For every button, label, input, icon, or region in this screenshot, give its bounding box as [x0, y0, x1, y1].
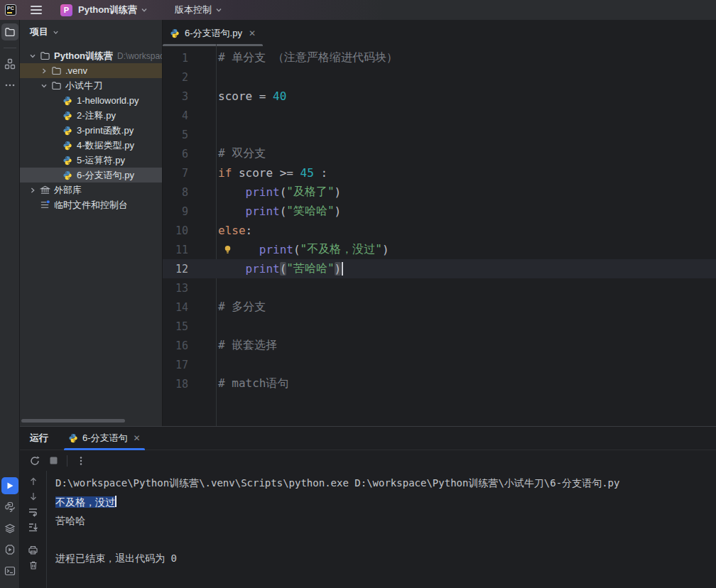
scroll-down-button[interactable] [28, 491, 38, 501]
clear-all-button[interactable] [28, 560, 38, 570]
project-tool-button[interactable] [1, 23, 18, 40]
selected-text: 不及格，没过 [55, 496, 115, 508]
line-number[interactable]: 10 [163, 224, 188, 237]
run-tab[interactable]: 6-分支语句 ✕ [64, 427, 145, 450]
services-button[interactable] [1, 520, 18, 537]
scroll-to-end-button[interactable] [28, 522, 38, 533]
close-icon[interactable]: ✕ [249, 28, 256, 38]
line-number[interactable]: 1 [163, 52, 188, 65]
code-line[interactable]: 18# match语句 [163, 374, 716, 393]
lightbulb-icon[interactable] [222, 244, 233, 255]
code-line[interactable]: 2 [163, 67, 716, 87]
line-number[interactable]: 9 [163, 205, 188, 218]
terminal-button[interactable] [1, 562, 18, 579]
console-line[interactable] [55, 530, 716, 550]
print-button[interactable] [28, 545, 38, 555]
tree-item[interactable]: 外部库 [20, 183, 162, 197]
chevron-down-icon[interactable] [40, 82, 48, 89]
line-number[interactable]: 18 [163, 378, 188, 391]
chevron-down-icon[interactable] [141, 6, 148, 13]
code-line[interactable]: 17 [163, 355, 716, 374]
line-number[interactable]: 7 [163, 167, 188, 180]
tree-item[interactable]: 小试牛刀 [20, 78, 162, 93]
main-menu-icon[interactable] [31, 6, 42, 14]
code-line[interactable]: 4 [163, 106, 716, 125]
more-tool-windows-button[interactable] [1, 77, 18, 94]
line-number[interactable]: 17 [163, 359, 188, 371]
line-number[interactable]: 15 [163, 320, 188, 333]
chevron-right-icon[interactable] [29, 187, 36, 194]
code-line[interactable]: 7if score >= 45 : [163, 163, 716, 183]
code-line[interactable]: 8 print("及格了") [163, 183, 716, 202]
code-line[interactable]: 16# 嵌套选择 [163, 336, 716, 355]
code-line[interactable]: 9 print("笑哈哈") [163, 202, 716, 221]
console-line[interactable]: 进程已结束，退出代码为 0 [55, 549, 716, 568]
line-number[interactable]: 4 [163, 109, 188, 122]
line-number[interactable]: 16 [163, 339, 188, 352]
console-line[interactable]: 苦哈哈 [55, 511, 716, 530]
code-area[interactable]: 1# 单分支 （注意严格缩进代码块）23score = 40456# 双分支7i… [163, 44, 716, 426]
line-number[interactable]: 13 [163, 282, 188, 295]
editor: 6-分支语句.py ✕ 1# 单分支 （注意严格缩进代码块）23score = … [163, 20, 716, 426]
chevron-down-icon[interactable] [215, 6, 222, 13]
project-badge[interactable]: P [60, 4, 72, 16]
code-line[interactable]: 5 [163, 125, 716, 144]
code-line[interactable]: 15 [163, 317, 716, 336]
line-number[interactable]: 12 [163, 263, 188, 276]
tree-item[interactable]: 6-分支语句.py [20, 168, 162, 183]
code-token-string: "不及格，没过" [300, 242, 382, 257]
code-line[interactable]: 12 print("苦哈哈") [163, 259, 716, 278]
folder-icon [40, 50, 50, 61]
code-token-plain [218, 185, 246, 199]
tree-item[interactable]: 2-注释.py [20, 108, 162, 123]
structure-tool-button[interactable] [1, 55, 18, 72]
project-panel-header[interactable]: 项目 [20, 20, 162, 44]
line-number[interactable]: 6 [163, 148, 188, 160]
profiler-button[interactable] [1, 541, 18, 558]
code-line[interactable]: 1# 单分支 （注意严格缩进代码块） [163, 48, 716, 67]
line-number[interactable]: 2 [163, 71, 188, 84]
close-icon[interactable]: ✕ [134, 433, 141, 443]
python-console-button[interactable] [1, 499, 18, 516]
code-line[interactable]: 3score = 40 [163, 87, 716, 106]
chevron-down-icon[interactable] [29, 53, 36, 60]
console-line[interactable]: D:\workspace\Python训练营\.venv\Scripts\pyt… [55, 474, 716, 493]
tree-item[interactable]: 3-print函数.py [20, 123, 162, 138]
code-line[interactable]: 11 print("不及格，没过") [163, 240, 716, 259]
console-output[interactable]: D:\workspace\Python训练营\.venv\Scripts\pyt… [47, 471, 716, 588]
tree-item-label: 4-数据类型.py [77, 139, 134, 152]
tree-item[interactable]: 1-helloworld.py [20, 93, 162, 108]
chevron-right-icon[interactable] [40, 67, 48, 75]
python-file-icon [63, 170, 72, 180]
code-line[interactable]: 13 [163, 278, 716, 298]
line-number[interactable]: 3 [163, 90, 188, 103]
scroll-up-button[interactable] [28, 477, 38, 486]
stop-button[interactable] [49, 456, 58, 465]
console-line[interactable]: 不及格，没过 [55, 493, 716, 512]
tree-item[interactable]: 5-运算符.py [20, 153, 162, 168]
line-number[interactable]: 5 [163, 129, 188, 141]
line-number[interactable]: 14 [163, 301, 188, 314]
project-name-label[interactable]: Python训练营 [78, 4, 137, 16]
run-toolbar [20, 450, 716, 471]
horizontal-scrollbar[interactable] [21, 419, 125, 423]
soft-wrap-button[interactable] [28, 506, 38, 517]
rerun-button[interactable] [29, 455, 40, 467]
tree-item[interactable]: Python训练营D:\workspace\P [20, 48, 162, 63]
tree-item[interactable]: .venv [20, 63, 162, 78]
tree-item[interactable]: 临时文件和控制台 [20, 197, 162, 212]
code-line[interactable]: 10else: [163, 221, 716, 240]
editor-tab[interactable]: 6-分支语句.py ✕ [163, 22, 263, 44]
code-line[interactable]: 6# 双分支 [163, 144, 716, 163]
code-token-number: 40 [273, 89, 286, 103]
python-file-icon [63, 111, 72, 121]
line-number[interactable]: 8 [163, 186, 188, 199]
tree-item[interactable]: 4-数据类型.py [20, 138, 162, 153]
more-options-button[interactable] [76, 456, 86, 466]
code-token-plain: ) [335, 205, 342, 218]
line-number[interactable]: 11 [163, 244, 188, 256]
run-tool-button[interactable] [1, 477, 18, 494]
vcs-widget-label[interactable]: 版本控制 [175, 4, 212, 16]
code-token-plain: score = [218, 89, 273, 103]
code-line[interactable]: 14# 多分支 [163, 298, 716, 317]
